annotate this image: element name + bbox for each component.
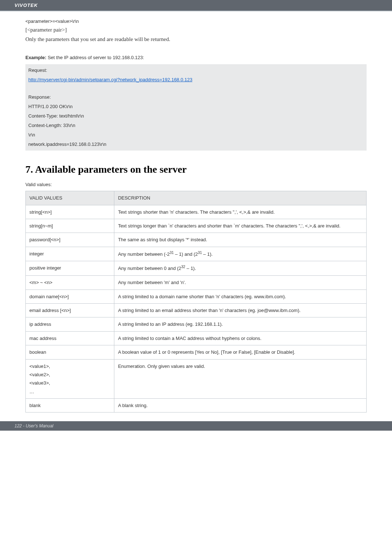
example-request-label: Request: — [28, 66, 364, 75]
cell-valid: integer — [26, 247, 114, 261]
table-row: password[<n>] The same as string but dis… — [26, 233, 367, 247]
desc-sup: 32 — [181, 265, 185, 269]
page-content: <parameter>=<value>\r\n [<parameter pair… — [0, 11, 392, 421]
table-header-row: VALID VALUES DESCRIPTION — [26, 191, 367, 205]
page-footer: 122 - User's Manual — [0, 421, 392, 431]
cell-valid: <m> ~ <n> — [26, 276, 114, 290]
enum-val: <value3>, — [29, 379, 110, 387]
cell-desc: The same as string but displays '*' inst… — [114, 233, 367, 247]
syntax-line-3: Only the parameters that you set and are… — [25, 35, 367, 44]
desc-part: – 1) and (2 — [174, 251, 198, 257]
enum-val: … — [29, 387, 110, 396]
table-row: ip address A string limited to an IP add… — [26, 317, 367, 331]
example-label-text: Set the IP address of server to 192.168.… — [46, 55, 144, 60]
cell-valid: mac address — [26, 331, 114, 345]
cell-valid: string[<n>] — [26, 205, 114, 219]
cell-desc: A boolean value of 1 or 0 represents [Ye… — [114, 345, 367, 359]
example-label-prefix: Example: — [25, 55, 46, 60]
table-row: integer Any number between (-231 – 1) an… — [26, 247, 367, 261]
desc-sup: 31 — [198, 251, 202, 255]
example-response-line: Context-Length: 33\r\n — [28, 121, 364, 130]
cell-desc: A blank string. — [114, 399, 367, 413]
enum-val: <value2>, — [29, 370, 110, 379]
example-label: Example: Set the IP address of server to… — [25, 53, 367, 62]
example-response-line: network.ipaddress=192.168.0.123\r\n — [28, 140, 364, 149]
table-row: mac address A string limited to contain … — [26, 331, 367, 345]
brand-header: VIVOTEK — [0, 0, 392, 11]
example-response-line: Content-Type: text/html\r\n — [28, 111, 364, 121]
cell-desc: A string limited to a domain name shorte… — [114, 290, 367, 303]
cell-desc: A string limited to an email address sho… — [114, 303, 367, 317]
brand-text: VIVOTEK — [15, 3, 38, 8]
gap — [25, 413, 367, 418]
cell-desc: Any number between (-231 – 1) and (231 –… — [114, 247, 367, 261]
table-row: blank A blank string. — [26, 399, 367, 413]
table-row: <m> ~ <n> Any number between 'm' and 'n'… — [26, 276, 367, 290]
table-row: <value1>, <value2>, <value3>, … Enumerat… — [26, 359, 367, 399]
table-row: string[<n>] Text strings shorter than 'n… — [26, 205, 367, 219]
desc-part: Any number between 0 and (2 — [118, 266, 181, 271]
enum-val: <value1>, — [29, 362, 110, 370]
table-row: domain name[<n>] A string limited to a d… — [26, 290, 367, 303]
cell-valid: string[n~m] — [26, 219, 114, 233]
syntax-line-2: [<parameter pair>] — [25, 25, 367, 35]
cell-desc: A string limited to contain a MAC addres… — [114, 331, 367, 345]
cell-desc: Enumeration. Only given values are valid… — [114, 359, 367, 399]
example-response-line: HTTP/1.0 200 OK\r\n — [28, 102, 364, 111]
cell-desc: Any number between 0 and (232 – 1). — [114, 261, 367, 276]
gap — [25, 44, 367, 53]
example-response-label: Response: — [28, 93, 364, 102]
valid-values-table: VALID VALUES DESCRIPTION string[<n>] Tex… — [25, 191, 367, 413]
table-row: email address [<n>] A string limited to … — [26, 303, 367, 317]
desc-part: Any number between (-2 — [118, 251, 170, 257]
table-row: boolean A boolean value of 1 or 0 repres… — [26, 345, 367, 359]
cell-valid: blank — [26, 399, 114, 413]
desc-part: – 1). — [185, 266, 196, 271]
cell-valid: positive integer — [26, 261, 114, 276]
table-row: string[n~m] Text strings longer than `n'… — [26, 219, 367, 233]
cell-desc: Any number between 'm' and 'n'. — [114, 276, 367, 290]
syntax-line-1: <parameter>=<value>\r\n — [25, 17, 367, 25]
section-heading: 7. Available parameters on the server — [25, 164, 367, 175]
cell-valid: domain name[<n>] — [26, 290, 114, 303]
example-box: Request: http://myserver/cgi-bin/admin/s… — [25, 64, 367, 151]
example-url-line: http://myserver/cgi-bin/admin/setparam.c… — [28, 75, 364, 85]
cell-valid: ip address — [26, 317, 114, 331]
col-header-desc: DESCRIPTION — [114, 191, 367, 205]
desc-sup: 31 — [170, 251, 173, 255]
desc-part: – 1). — [202, 251, 213, 257]
footer-text: 122 - User's Manual — [15, 423, 53, 428]
gap — [28, 85, 364, 93]
cell-valid: boolean — [26, 345, 114, 359]
cell-desc: Text strings longer than `n' characters … — [114, 219, 367, 233]
col-header-valid: VALID VALUES — [26, 191, 114, 205]
cell-desc: A string limited to an IP address (eg. 1… — [114, 317, 367, 331]
page: VIVOTEK <parameter>=<value>\r\n [<parame… — [0, 0, 392, 431]
valid-values-caption: Valid values: — [25, 180, 367, 189]
example-url-link[interactable]: http://myserver/cgi-bin/admin/setparam.c… — [28, 77, 192, 82]
cell-valid: password[<n>] — [26, 233, 114, 247]
example-response-line: \r\n — [28, 130, 364, 140]
cell-desc: Text strings shorter than 'n' characters… — [114, 205, 367, 219]
table-row: positive integer Any number between 0 an… — [26, 261, 367, 276]
cell-valid: email address [<n>] — [26, 303, 114, 317]
cell-valid: <value1>, <value2>, <value3>, … — [26, 359, 114, 399]
